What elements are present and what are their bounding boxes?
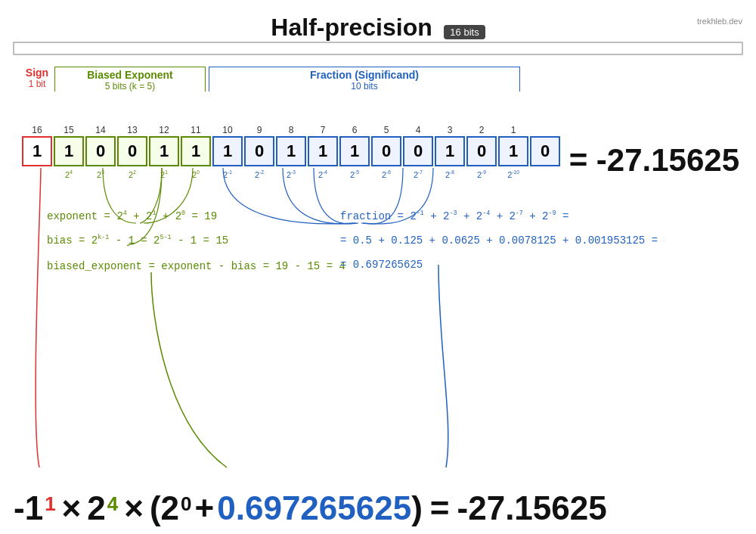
pow-exp-0: 20 <box>181 170 211 179</box>
exponent-label: Biased Exponent 5 bits (k = 5) <box>54 67 206 92</box>
pos-1: 1 <box>497 125 529 135</box>
exp-bits: 5 bits (k = 5) <box>55 81 205 92</box>
bit-exp-0: 1 <box>181 136 211 166</box>
bit-frac-6: 0 <box>371 136 401 166</box>
pow-frac-7: 2-7 <box>403 170 433 179</box>
bit-frac-10: 1 <box>498 136 528 166</box>
exponent-calculation: exponent = 24 + 21 + 20 = 19 <box>47 210 217 222</box>
pos-7: 7 <box>307 125 339 135</box>
pow-frac-2: 2-2 <box>244 170 274 179</box>
pos-13: 13 <box>116 125 148 135</box>
pow-exp-3: 23 <box>85 170 116 179</box>
pos-11: 11 <box>180 125 212 135</box>
fraction-label: Fraction (Significand) 10 bits <box>209 67 520 92</box>
pos-5: 5 <box>370 125 402 135</box>
pos-9: 9 <box>243 125 275 135</box>
page-title: Half-precision <box>271 14 432 41</box>
pow-frac-4: 2-4 <box>308 170 338 179</box>
formula-paren-close: ) <box>411 492 423 525</box>
formula-times2: × <box>124 492 144 525</box>
formula-neg-one: -1 <box>14 492 43 525</box>
sign-label: Sign 1 bit <box>21 67 53 89</box>
fraction-calculation-3: = 0.697265625 <box>340 259 423 271</box>
pow-exp-4: 24 <box>54 170 84 179</box>
exp-title: Biased Exponent <box>55 69 205 81</box>
bit-exp-1: 1 <box>149 136 179 166</box>
formula-fraction-val: 0.697265625 <box>217 492 411 525</box>
bit-exp-2: 0 <box>117 136 147 166</box>
bit-frac-9: 0 <box>466 136 497 166</box>
pow-frac-8: 2-8 <box>435 170 465 179</box>
pos-3: 3 <box>434 125 466 135</box>
bit-frac-7: 0 <box>403 136 433 166</box>
sign-bits: 1 bit <box>21 79 53 89</box>
bit-frac-3: 1 <box>276 136 306 166</box>
site-label: trekhleb.dev <box>697 17 742 26</box>
bit-frac-8: 1 <box>435 136 465 166</box>
pos-12: 12 <box>148 125 180 135</box>
formula-equals: = <box>430 492 450 525</box>
result-display: = -27.15625 <box>569 142 739 179</box>
pos-10: 10 <box>212 125 243 135</box>
bit-exp-3: 0 <box>85 136 116 166</box>
pow-frac-1: 2-1 <box>212 170 243 179</box>
bit-sign: 1 <box>22 136 52 166</box>
frac-bits: 10 bits <box>209 81 519 92</box>
bit-frac-1: 1 <box>212 136 243 166</box>
pos-14: 14 <box>85 125 116 135</box>
pow-frac-6: 2-6 <box>371 170 401 179</box>
pos-4: 4 <box>402 125 434 135</box>
bits-badge: 16 bits <box>444 25 485 39</box>
bit-frac-2: 0 <box>244 136 274 166</box>
bias-calculation: bias = 2k-1 - 1 = 25-1 - 1 = 15 <box>47 234 228 247</box>
fraction-calculation-1: fraction = 2-1 + 2-3 + 2-4 + 2-7 + 2-9 = <box>340 210 569 222</box>
formula-paren-open: (2 <box>150 492 179 525</box>
pos-8: 8 <box>275 125 307 135</box>
formula-two: 2 <box>87 492 105 525</box>
pos-6: 6 <box>339 125 370 135</box>
pos-2: 2 <box>466 125 497 135</box>
biased-exponent-calculation: biased_exponent = exponent - bias = 19 -… <box>47 260 345 272</box>
pow-frac-3: 2-3 <box>276 170 306 179</box>
bit-exp-4: 1 <box>54 136 84 166</box>
title-area: Half-precision 16 bits trekhleb.dev <box>0 0 756 42</box>
pow-exp-2: 22 <box>117 170 147 179</box>
pos-15: 15 <box>53 125 85 135</box>
svg-rect-0 <box>14 42 742 54</box>
pow-frac-9: 2-9 <box>466 170 497 179</box>
bit-frac-4: 1 <box>308 136 338 166</box>
pow-frac-5: 2-5 <box>339 170 370 179</box>
formula-final: -27.15625 <box>457 492 607 525</box>
bit-frac-5: 1 <box>339 136 370 166</box>
formula-times1: × <box>62 492 82 525</box>
fraction-calculation-2: = 0.5 + 0.125 + 0.0625 + 0.0078125 + 0.0… <box>340 234 658 247</box>
pos-16: 16 <box>21 125 53 135</box>
frac-title: Fraction (Significand) <box>209 69 519 81</box>
pow-frac-10: 2-10 <box>498 170 528 179</box>
formula-plus: + <box>195 492 215 525</box>
bit-frac-11: 0 <box>530 136 560 166</box>
pow-exp-1: 21 <box>149 170 179 179</box>
sign-title: Sign <box>21 67 53 79</box>
